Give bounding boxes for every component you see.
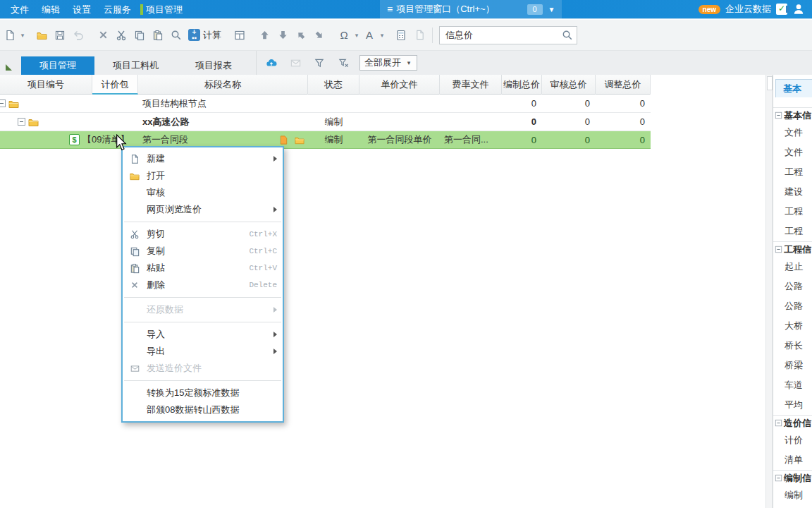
open-button[interactable] xyxy=(33,27,50,44)
menu-item-review[interactable]: 审核 xyxy=(123,184,283,201)
project-window-switcher[interactable]: ≡ 项目管理窗口（Ctrl+~） 0 ▼ xyxy=(380,0,562,19)
menu-project-management[interactable]: 项目管理 xyxy=(143,0,188,19)
tree-collapse-icon[interactable] xyxy=(775,112,782,119)
price-search-input[interactable] xyxy=(439,26,577,44)
cut-button[interactable] xyxy=(113,27,130,44)
col-rate-file[interactable]: 费率文件 xyxy=(440,75,502,95)
copy-button[interactable] xyxy=(131,27,148,44)
prop-item[interactable]: 清单 xyxy=(773,450,812,470)
search-button[interactable] xyxy=(168,27,185,44)
prop-item[interactable]: 起止 xyxy=(773,257,812,277)
tree-collapse-icon[interactable] xyxy=(775,420,782,426)
tab-project-reports[interactable]: 项目报表 xyxy=(177,56,250,75)
expand-all-dropdown[interactable]: 全部展开 ▾ xyxy=(359,55,417,71)
chevron-down-icon[interactable]: ▼ xyxy=(548,6,555,13)
group-project-info[interactable]: 工程信 xyxy=(773,241,812,257)
clear-filter-button[interactable] xyxy=(336,54,350,71)
menu-settings[interactable]: 设置 xyxy=(66,0,97,19)
mail-button[interactable] xyxy=(288,54,302,71)
delete-button[interactable] xyxy=(94,27,111,44)
move-up-button[interactable] xyxy=(256,27,273,44)
calculator-button[interactable] xyxy=(393,27,410,44)
prop-item[interactable]: 文件 xyxy=(773,123,812,143)
menu-item-delete[interactable]: 删除Delete xyxy=(123,277,283,294)
prop-item[interactable]: 编制 xyxy=(773,505,812,508)
group-basic-info[interactable]: 基本信 xyxy=(773,107,812,123)
cloud-upload-button[interactable] xyxy=(264,54,278,71)
menu-item-copy[interactable]: 复制Ctrl+C xyxy=(123,243,283,260)
checkbox-icon[interactable]: ✓ xyxy=(776,4,787,15)
paste-button[interactable] xyxy=(149,27,166,44)
user-account-icon[interactable] xyxy=(792,3,805,16)
col-reviewed-total[interactable]: 审核总价 xyxy=(542,75,596,95)
edit-tool-button[interactable] xyxy=(411,27,428,44)
tab-basic-info[interactable]: 基本 xyxy=(775,79,812,97)
scrollbar-thumb[interactable] xyxy=(767,76,773,90)
col-pricing-package[interactable]: 计价包 xyxy=(92,75,138,95)
vertical-scrollbar[interactable] xyxy=(765,75,773,508)
group-cost-info[interactable]: 造价信 xyxy=(773,415,812,430)
prop-item[interactable]: 工程 xyxy=(773,162,812,182)
col-adjusted-total[interactable]: 调整总价 xyxy=(596,75,651,95)
group-compile-info[interactable]: 编制信 xyxy=(773,470,812,485)
menu-item-open[interactable]: 打开 xyxy=(123,167,283,184)
tree-collapse-icon[interactable] xyxy=(775,475,782,481)
menu-cloud-services[interactable]: 云服务 xyxy=(97,0,137,19)
special-symbol-button[interactable]: Ω xyxy=(336,27,352,44)
menu-item-cut[interactable]: 剪切Ctrl+X xyxy=(123,226,283,243)
menu-item-send-cost-file[interactable]: 发送造价文件 xyxy=(123,360,283,377)
prop-item[interactable]: 工程 xyxy=(773,222,812,241)
menu-item-import[interactable]: 导入 xyxy=(123,326,283,343)
enterprise-cloud-data-button[interactable]: 企业云数据 xyxy=(725,3,771,16)
tree-collapse-icon[interactable] xyxy=(775,246,782,253)
new-file-button[interactable] xyxy=(1,27,18,44)
prop-item[interactable]: 文件 xyxy=(773,143,812,162)
tree-collapse-icon[interactable] xyxy=(0,99,6,107)
prop-item[interactable]: 桥长 xyxy=(773,336,812,356)
menu-file[interactable]: 文件 xyxy=(4,0,35,19)
col-unit-price-file[interactable]: 单价文件 xyxy=(359,75,440,95)
sort-dropdown-caret[interactable]: ▾ xyxy=(379,32,386,39)
symbol-dropdown-caret[interactable]: ▾ xyxy=(353,32,360,39)
promote-button[interactable] xyxy=(293,27,309,44)
prop-item[interactable]: 建设 xyxy=(773,182,812,202)
sort-button[interactable]: A xyxy=(361,27,378,44)
menu-edit[interactable]: 编辑 xyxy=(35,0,66,19)
save-button[interactable] xyxy=(51,27,68,44)
prop-item[interactable]: 工程 xyxy=(773,202,812,222)
table-row-root[interactable]: 项目结构根节点 0 0 0 xyxy=(0,95,651,113)
col-status[interactable]: 状态 xyxy=(308,75,359,95)
menu-item-export[interactable]: 导出 xyxy=(123,343,283,360)
tree-collapse-icon[interactable] xyxy=(18,118,25,126)
prop-item[interactable]: 编制 xyxy=(773,485,812,505)
filter-button[interactable] xyxy=(312,54,326,71)
orange-doc-icon[interactable] xyxy=(278,135,289,145)
prop-item[interactable]: 车道 xyxy=(773,375,812,395)
move-down-button[interactable] xyxy=(274,27,291,44)
menu-item-paste[interactable]: 粘贴Ctrl+V xyxy=(123,260,283,277)
menu-item-web-browse-cost[interactable]: 网页浏览造价 xyxy=(123,201,283,218)
window-layout-button[interactable] xyxy=(231,27,248,44)
prop-item[interactable]: 计价 xyxy=(773,430,812,450)
table-row-project[interactable]: xx高速公路 编制 0 0 0 xyxy=(0,113,651,131)
tab-project-management[interactable]: 项目管理 xyxy=(21,56,94,75)
prop-item[interactable]: 公路 xyxy=(773,277,812,296)
col-project-number[interactable]: 项目编号 xyxy=(0,75,92,95)
prop-item[interactable]: 桥梁 xyxy=(773,356,812,375)
search-icon[interactable] xyxy=(562,30,573,41)
tab-project-resources[interactable]: 项目工料机 xyxy=(94,56,177,75)
prop-item[interactable]: 公路 xyxy=(773,296,812,316)
menu-item-convert-15-quota[interactable]: 转换为15定额标准数据 xyxy=(123,385,283,401)
calculate-button[interactable]: +▪▪ 计算 xyxy=(188,29,221,42)
demote-button[interactable] xyxy=(311,27,328,44)
menu-item-convert-08-shanxi[interactable]: 部颁08数据转山西数据 xyxy=(123,401,283,418)
col-section-name[interactable]: 标段名称 xyxy=(138,75,308,95)
col-compiled-total[interactable]: 编制总价 xyxy=(502,75,542,95)
menu-item-new[interactable]: 新建 xyxy=(123,150,283,167)
table-row-contract-selected[interactable]: $ 【09清单】 第一合同段 编制 第一合同段单价 第一合同... 0 0 0 xyxy=(0,131,651,149)
undo-button[interactable] xyxy=(70,27,87,44)
collapse-corner-icon[interactable] xyxy=(6,64,12,71)
menu-item-restore-data[interactable]: 还原数据 xyxy=(123,301,283,318)
prop-item[interactable]: 平均 xyxy=(773,395,812,415)
new-file-dropdown-caret[interactable]: ▾ xyxy=(19,32,26,39)
